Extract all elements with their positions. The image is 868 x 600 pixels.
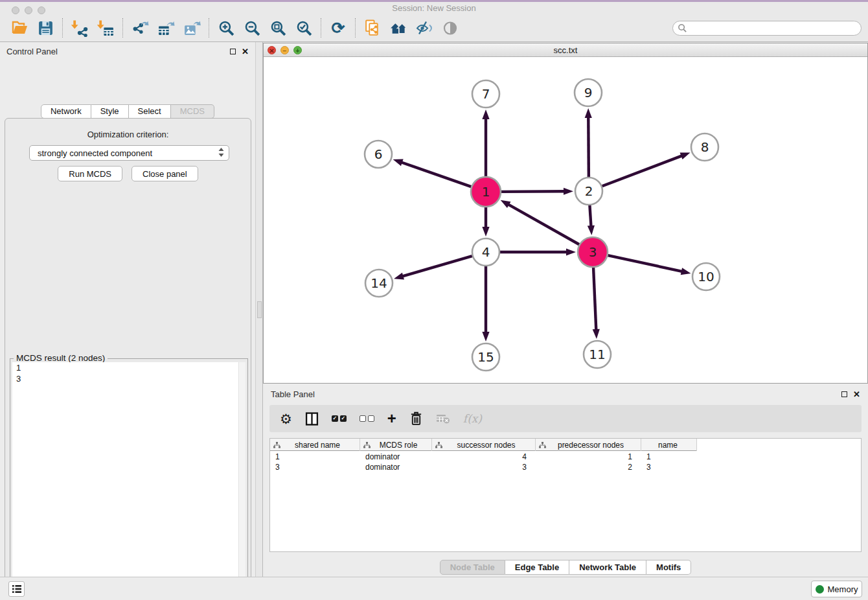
run-mcds-button[interactable]: Run MCDS	[58, 166, 122, 181]
close-table-panel-icon[interactable]: ✕	[853, 390, 860, 398]
network-frame-titlebar[interactable]: ✕ − + scc.txt	[264, 43, 867, 57]
tab-motifs[interactable]: Motifs	[646, 560, 691, 575]
graph-edge-3-10[interactable]	[608, 255, 682, 271]
graph-edge-3-11[interactable]	[593, 268, 596, 330]
tab-edge-table[interactable]: Edge Table	[505, 560, 569, 575]
zoom-selected-icon[interactable]	[291, 16, 317, 40]
create-column-icon[interactable]: +	[387, 411, 396, 426]
optimization-criterion-select[interactable]: strongly connected component	[29, 145, 229, 161]
result-scrollbar[interactable]	[238, 362, 246, 600]
table-cell[interactable]: 4	[432, 452, 536, 462]
column-header-successor-nodes[interactable]: successor nodes	[432, 439, 536, 451]
vertical-splitter[interactable]	[255, 42, 263, 577]
tab-network-table[interactable]: Network Table	[569, 560, 646, 575]
graph-edge-2-8[interactable]	[602, 156, 683, 186]
hide-selected-icon[interactable]	[411, 16, 437, 40]
toolbar-separator	[209, 18, 209, 38]
control-panel: Control Panel ✕ Network Style Select MCD…	[0, 42, 255, 577]
table-cell[interactable]: 2	[536, 462, 641, 472]
table-header-row: shared nameMCDS rolesuccessor nodesprede…	[270, 439, 697, 451]
float-panel-icon[interactable]	[230, 49, 236, 54]
show-columns-icon[interactable]	[305, 412, 319, 426]
column-header-MCDS-role[interactable]: MCDS role	[360, 439, 432, 451]
graph-edge-1-2[interactable]	[501, 191, 565, 192]
column-header-label: shared name	[280, 441, 360, 450]
graph-node-label: 8	[701, 139, 709, 155]
graph-edge-4-14[interactable]	[402, 256, 472, 277]
close-panel-icon[interactable]: ✕	[242, 47, 249, 56]
zoom-fit-icon[interactable]	[265, 16, 291, 40]
tab-select[interactable]: Select	[129, 104, 171, 119]
show-all-networks-icon[interactable]	[385, 16, 411, 40]
close-panel-button[interactable]: Close panel	[131, 166, 198, 181]
unselect-all-columns-icon[interactable]	[360, 415, 374, 422]
splitter-handle[interactable]	[257, 301, 262, 318]
column-header-label: predecessor nodes	[546, 441, 641, 450]
save-session-icon[interactable]	[32, 16, 58, 40]
search-input[interactable]	[672, 21, 862, 36]
mcds-result-list[interactable]: 13	[12, 362, 246, 600]
delete-table-icon[interactable]	[436, 413, 450, 424]
memory-button[interactable]: Memory	[811, 581, 862, 597]
column-namespace-icon	[435, 442, 442, 448]
memory-status-dot	[816, 585, 824, 594]
select-all-columns-icon[interactable]: ✓✓	[332, 415, 347, 422]
frame-minimize-button[interactable]: −	[280, 46, 289, 54]
column-header-predecessor-nodes[interactable]: predecessor nodes	[536, 439, 641, 451]
table-panel-tabs: Node Table Edge Table Network Table Moti…	[263, 560, 868, 575]
column-namespace-icon	[363, 442, 371, 448]
network-graph[interactable]: 7968124314101511	[264, 57, 867, 383]
tab-node-table[interactable]: Node Table	[440, 560, 505, 575]
tab-style[interactable]: Style	[91, 104, 129, 119]
function-builder-icon[interactable]: f(x)	[463, 412, 482, 425]
table-row[interactable]: 3dominator323	[270, 462, 861, 472]
table-toolbar: ⚙ ✓✓ + f(x)	[269, 405, 862, 432]
delete-column-trash-icon[interactable]	[409, 411, 423, 426]
table-cell[interactable]: 1	[536, 452, 641, 462]
export-image-icon[interactable]	[179, 16, 205, 40]
toolbar-separator	[122, 18, 123, 38]
table-cell[interactable]: 3	[641, 462, 697, 472]
frame-close-button[interactable]: ✕	[268, 46, 276, 54]
frame-maximize-button[interactable]: +	[293, 46, 302, 54]
graph-arrowhead	[588, 225, 595, 235]
graph-arrowhead	[681, 268, 691, 275]
table-cell[interactable]: 3	[432, 462, 536, 472]
column-namespace-icon	[539, 442, 546, 448]
tab-mcds[interactable]: MCDS	[171, 104, 214, 119]
column-header-shared-name[interactable]: shared name	[270, 439, 360, 451]
graph-arrowhead	[564, 188, 573, 195]
graph-edge-3-1[interactable]	[508, 204, 579, 244]
graph-node-label: 14	[371, 275, 387, 291]
table-cell[interactable]: 1	[270, 452, 360, 462]
zoom-in-icon[interactable]	[213, 16, 239, 40]
tab-network[interactable]: Network	[41, 104, 91, 119]
result-line: 3	[12, 373, 246, 384]
graph-edge-1-6[interactable]	[401, 162, 471, 187]
refresh-icon[interactable]: ⟳	[325, 16, 351, 40]
show-hidden-icon[interactable]	[437, 16, 463, 40]
export-table-icon[interactable]	[153, 16, 179, 40]
graph-edge-2-9[interactable]	[588, 117, 589, 177]
table-settings-gear-icon[interactable]: ⚙	[280, 412, 292, 426]
table-cell[interactable]: dominator	[360, 462, 432, 472]
table-cell[interactable]: 1	[641, 452, 697, 462]
table-cell[interactable]: 3	[270, 462, 360, 472]
graph-edge-2-3[interactable]	[589, 205, 591, 227]
float-table-panel-icon[interactable]	[841, 391, 847, 397]
column-header-name[interactable]: name	[641, 439, 697, 451]
import-network-icon[interactable]	[67, 16, 93, 40]
task-history-button[interactable]	[8, 581, 25, 597]
graph-node-label: 15	[477, 349, 494, 365]
column-namespace-icon	[273, 442, 280, 448]
table-cell[interactable]: dominator	[360, 452, 432, 462]
table-row[interactable]: 1dominator411	[270, 452, 861, 462]
export-network-icon[interactable]	[127, 16, 153, 40]
mcds-panel: Optimization criterion: strongly connect…	[5, 118, 251, 600]
import-table-icon[interactable]	[93, 16, 119, 40]
table-body: 1dominator4113dominator323	[270, 452, 861, 472]
network-canvas[interactable]: 7968124314101511	[264, 57, 867, 383]
zoom-out-icon[interactable]	[239, 16, 265, 40]
new-network-from-selection-icon[interactable]	[360, 16, 385, 40]
open-session-icon[interactable]	[6, 16, 32, 40]
